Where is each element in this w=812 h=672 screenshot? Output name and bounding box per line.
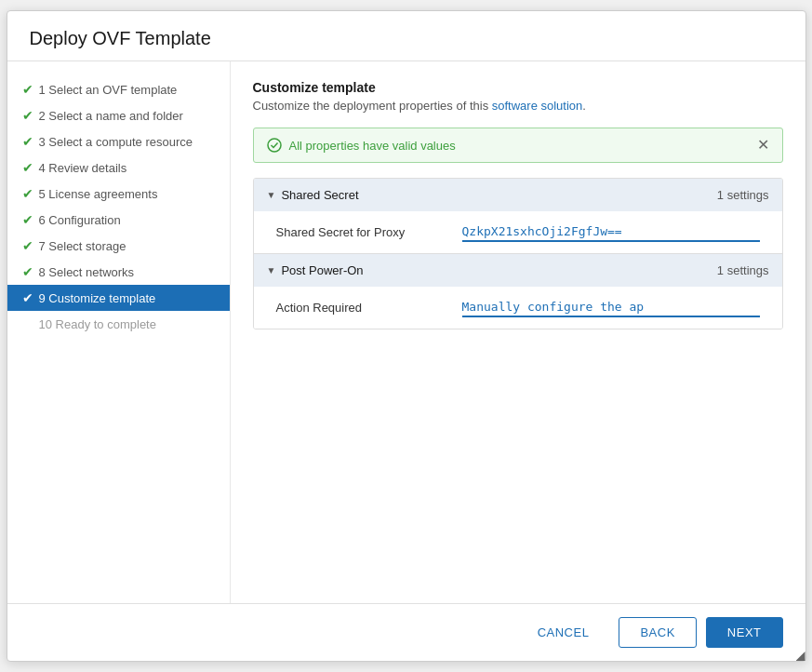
- sidebar-label-step7: 7 Select storage: [39, 239, 126, 253]
- sidebar-label-step8: 8 Select networks: [39, 265, 135, 279]
- sidebar-item-step8[interactable]: ✔ 8 Select networks: [7, 259, 230, 285]
- alert-success-left: All properties have valid values: [267, 138, 456, 153]
- accordion-count-post-power-on: 1 settings: [717, 263, 769, 277]
- check-icon-step3: ✔: [22, 134, 33, 149]
- cancel-button[interactable]: CANCEL: [517, 618, 610, 647]
- section-desc-link[interactable]: software solution: [492, 99, 583, 113]
- sidebar-label-step3: 3 Select a compute resource: [39, 135, 193, 149]
- sidebar-item-step5[interactable]: ✔ 5 License agreements: [7, 181, 230, 207]
- accordion-body-shared-secret: Shared Secret for Proxy: [254, 211, 782, 253]
- check-icon-step2: ✔: [22, 108, 33, 123]
- check-icon-step8: ✔: [22, 264, 33, 279]
- section-title: Customize template: [253, 80, 783, 95]
- sidebar-label-step10: 10 Ready to complete: [39, 317, 156, 331]
- svg-point-0: [268, 139, 281, 152]
- dialog-header: Deploy OVF Template: [7, 11, 805, 61]
- form-row-action-required: Action Required: [254, 287, 782, 329]
- accordion-header-post-power-on[interactable]: ▼ Post Power-On 1 settings: [254, 254, 782, 287]
- form-label-shared-secret-proxy: Shared Secret for Proxy: [276, 225, 462, 239]
- sidebar-item-step7[interactable]: ✔ 7 Select storage: [7, 233, 230, 259]
- check-icon-step5: ✔: [22, 186, 33, 201]
- accordion-header-shared-secret[interactable]: ▼ Shared Secret 1 settings: [254, 179, 782, 211]
- sidebar-item-step3[interactable]: ✔ 3 Select a compute resource: [7, 128, 230, 155]
- accordion-title-post-power-on: Post Power-On: [281, 263, 363, 277]
- back-button[interactable]: BACK: [619, 617, 696, 648]
- form-input-action-required[interactable]: [462, 298, 760, 317]
- deploy-ovf-dialog: Deploy OVF Template ✔ 1 Select an OVF te…: [7, 10, 806, 662]
- section-desc-pre: Customize the deployment properties of t…: [253, 99, 492, 113]
- sidebar-label-step9: 9 Customize template: [39, 291, 156, 305]
- next-button[interactable]: NEXT: [706, 617, 783, 648]
- check-icon-step1: ✔: [22, 82, 33, 97]
- sidebar-label-step2: 2 Select a name and folder: [39, 109, 183, 123]
- dialog-footer: CANCEL BACK NEXT: [7, 603, 805, 661]
- accordion-body-post-power-on: Action Required: [254, 287, 782, 329]
- dialog-title: Deploy OVF Template: [30, 28, 783, 49]
- sidebar-label-step6: 6 Configuration: [39, 213, 121, 227]
- sidebar-item-step2[interactable]: ✔ 2 Select a name and folder: [7, 102, 230, 128]
- sidebar-label-step4: 4 Review details: [39, 161, 127, 175]
- sidebar-item-step1[interactable]: ✔ 1 Select an OVF template: [7, 76, 230, 102]
- alert-message: All properties have valid values: [289, 139, 456, 153]
- section-desc-post: .: [582, 99, 586, 113]
- accordion-section-post-power-on: ▼ Post Power-On 1 settings Action Requir…: [254, 254, 782, 329]
- chevron-down-icon-shared-secret: ▼: [267, 190, 276, 200]
- check-icon-step6: ✔: [22, 212, 33, 227]
- sidebar-item-step6[interactable]: ✔ 6 Configuration: [7, 207, 230, 233]
- sidebar: ✔ 1 Select an OVF template ✔ 2 Select a …: [7, 61, 231, 603]
- chevron-down-icon-post-power-on: ▼: [267, 265, 276, 276]
- sidebar-label-step5: 5 License agreements: [39, 187, 158, 201]
- accordion-count-shared-secret: 1 settings: [717, 188, 769, 202]
- sidebar-item-step9[interactable]: ✔ 9 Customize template: [7, 285, 230, 311]
- section-desc: Customize the deployment properties of t…: [253, 99, 783, 113]
- check-icon-step9: ✔: [22, 290, 33, 305]
- sidebar-label-step1: 1 Select an OVF template: [39, 83, 178, 97]
- alert-success: All properties have valid values ✕: [253, 128, 783, 163]
- form-row-shared-secret-proxy: Shared Secret for Proxy: [254, 211, 782, 253]
- accordion-title-shared-secret: Shared Secret: [281, 188, 358, 202]
- form-input-shared-secret-proxy[interactable]: [462, 222, 760, 242]
- accordion: ▼ Shared Secret 1 settings Shared Secret…: [253, 178, 783, 329]
- form-label-action-required: Action Required: [276, 301, 462, 315]
- dialog-body: ✔ 1 Select an OVF template ✔ 2 Select a …: [7, 61, 805, 603]
- sidebar-item-step4[interactable]: ✔ 4 Review details: [7, 155, 230, 181]
- main-content: Customize template Customize the deploym…: [231, 61, 805, 603]
- check-icon-step4: ✔: [22, 160, 33, 175]
- accordion-header-left-post-power-on: ▼ Post Power-On: [267, 263, 364, 277]
- check-circle-icon: [267, 138, 282, 153]
- check-icon-step7: ✔: [22, 238, 33, 253]
- accordion-section-shared-secret: ▼ Shared Secret 1 settings Shared Secret…: [254, 179, 782, 254]
- accordion-header-left-shared-secret: ▼ Shared Secret: [267, 188, 359, 202]
- sidebar-item-step10: ✔ 10 Ready to complete: [7, 311, 230, 337]
- alert-close-button[interactable]: ✕: [757, 138, 769, 153]
